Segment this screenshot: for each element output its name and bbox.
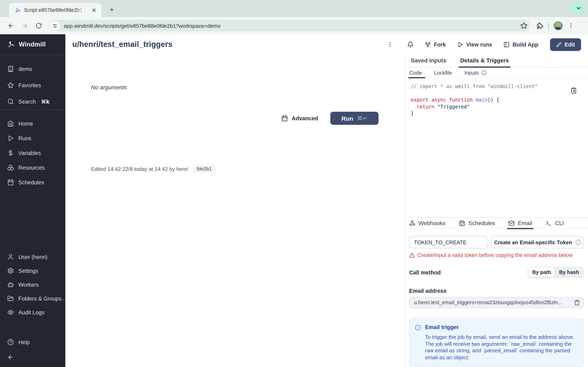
webhook-icon — [409, 220, 415, 226]
sidebar-workspace-section: demo Favorites Search ⌘k — [0, 55, 65, 110]
copy-code-icon[interactable] — [571, 87, 577, 94]
url-text[interactable]: app.windmill.dev/scripts/get/e857be88e0f… — [64, 23, 520, 29]
no-arguments-text: No arguments — [91, 84, 127, 91]
panel-tab[interactable]: Details & Triggers — [458, 55, 510, 67]
url-bar[interactable]: app.windmill.dev/scripts/get/e857be88e0f… — [49, 20, 530, 31]
version-hash-badge[interactable]: fde2b1 — [193, 165, 215, 173]
sidebar-item[interactable]: Home — [0, 116, 65, 131]
search-icon — [7, 98, 14, 105]
toolbar-separator — [548, 22, 549, 29]
user-icon — [7, 254, 14, 260]
sidebar-item-help[interactable]: Help — [0, 335, 65, 349]
sidebar-help-section: Help — [0, 335, 65, 349]
bookmark-star-icon[interactable] — [520, 22, 527, 29]
tab-search-button[interactable] — [572, 2, 585, 14]
play-icon — [7, 135, 14, 142]
create-email-token-button[interactable]: Create an Email-specific Token — [491, 236, 584, 248]
git-fork-icon — [425, 42, 431, 48]
chevron-down-icon — [576, 5, 581, 11]
more-options-icon[interactable] — [385, 39, 396, 50]
reload-button[interactable] — [34, 20, 44, 31]
forward-button[interactable] — [20, 20, 30, 31]
info-icon — [575, 239, 581, 245]
call-method-label: Call method — [409, 269, 441, 275]
run-button[interactable]: Run ⌘↵ — [330, 112, 379, 125]
dollar-icon — [7, 150, 14, 156]
header-button[interactable]: Fork — [425, 42, 446, 48]
panel-tabs: Saved inputs Details & Triggers — [405, 55, 588, 67]
arrow-left-icon — [7, 354, 14, 360]
alert-triangle-icon — [409, 252, 415, 258]
code-tab[interactable]: Code — [409, 67, 422, 78]
sidebar-nav-section: Home Runs Variables Resources Schedules — [0, 110, 65, 190]
sidebar-item[interactable]: Resources — [0, 160, 65, 175]
bot-icon — [7, 281, 14, 288]
boxes-icon — [7, 164, 14, 171]
folder-open-icon — [7, 295, 14, 302]
copy-email-icon[interactable] — [574, 300, 580, 305]
info-icon — [415, 325, 421, 331]
sidebar-item[interactable]: Audit Logs — [0, 305, 65, 319]
sidebar-item[interactable]: Schedules — [0, 175, 65, 190]
profile-avatar[interactable] — [554, 21, 563, 30]
toolbar-right — [536, 21, 574, 30]
token-input[interactable] — [409, 236, 488, 248]
eye-icon — [7, 309, 14, 316]
trigger-tab[interactable]: Schedules — [459, 217, 495, 229]
sidebar-item[interactable]: Variables — [0, 146, 65, 160]
browser-menu-icon[interactable] — [568, 22, 574, 29]
trigger-tab[interactable]: CLI — [546, 217, 564, 229]
by-path-option[interactable]: By path — [528, 267, 555, 277]
trigger-tabs: Webhooks Schedules Email CLI — [405, 217, 588, 229]
run-shortcut: ⌘↵ — [357, 115, 367, 122]
code-tabs: Code Lockfile Inputs — [405, 67, 588, 78]
tab-close-icon[interactable]: ✕ — [91, 7, 97, 13]
email-address-label: Email address — [409, 288, 584, 294]
new-tab-button[interactable]: + — [107, 4, 117, 15]
extensions-puzzle-icon[interactable] — [536, 22, 543, 29]
notifications-bell-icon[interactable] — [405, 39, 416, 50]
main-content: No arguments Advanced Run ⌘↵ Edited 14:4… — [65, 55, 405, 367]
call-method-toggle: By path By hash — [527, 267, 584, 278]
sidebar: Windmill demo Favorites Search — [0, 34, 65, 367]
email-address-value: u.henri.test_email_triggers+mrsw23zlouxg… — [414, 300, 574, 305]
sidebar-item[interactable]: Workers — [0, 278, 65, 292]
header-button[interactable]: Build App — [504, 42, 539, 48]
panel-tab[interactable]: Saved inputs — [409, 55, 448, 67]
sidebar-item[interactable]: User (henri) — [0, 250, 65, 264]
windmill-logo[interactable]: Windmill — [0, 34, 65, 55]
sidebar-item[interactable]: Search ⌘k — [0, 93, 65, 110]
email-trigger-section: Create an Email-specific Token Create/in… — [405, 229, 588, 367]
info-box-title: Email trigger — [425, 324, 578, 330]
code-tab[interactable]: Lockfile — [434, 67, 452, 78]
mail-icon — [509, 220, 515, 226]
terminal-icon — [546, 220, 552, 226]
token-warning: Create/input a valid token before copyin… — [409, 252, 584, 258]
browser-tab-strip: Script e857be88e0fde2b1 | W ✕ + — [0, 0, 588, 17]
run-controls: Advanced Run ⌘↵ — [282, 112, 379, 125]
sidebar-item[interactable]: Favorites — [0, 77, 65, 93]
trigger-tab[interactable]: Webhooks — [409, 217, 445, 229]
trigger-tab[interactable]: Email — [509, 217, 532, 229]
tab-title: Script e857be88e0fde2b1 | W — [24, 7, 87, 13]
sidebar-item[interactable]: demo — [0, 61, 65, 77]
header-button[interactable]: View runs — [457, 42, 492, 48]
edit-button[interactable]: Edit — [550, 38, 581, 51]
back-button[interactable] — [6, 20, 16, 31]
windmill-favicon-icon — [14, 7, 21, 13]
page-title: u/henri/test_email_triggers — [72, 40, 173, 49]
browser-tab[interactable]: Script e857be88e0fde2b1 | W ✕ — [9, 3, 101, 17]
sidebar-admin-section: User (henri) Settings Workers Folders & … — [0, 250, 65, 319]
sidebar-item[interactable]: Runs — [0, 131, 65, 146]
sidebar-collapse-button[interactable] — [0, 349, 65, 365]
site-settings-icon[interactable] — [50, 21, 60, 30]
sidebar-item[interactable]: Folders & Groups... — [0, 292, 65, 305]
screen: Script e857be88e0fde2b1 | W ✕ + app.wind… — [0, 0, 588, 367]
sidebar-item[interactable]: Settings — [0, 264, 65, 278]
by-hash-option[interactable]: By hash — [555, 267, 583, 277]
home-icon — [7, 120, 14, 127]
code-tab[interactable]: Inputs — [464, 67, 486, 78]
advanced-button[interactable]: Advanced — [282, 115, 318, 122]
help-circle-icon — [7, 339, 14, 345]
email-address-field[interactable]: u.henri.test_email_triggers+mrsw23zlouxg… — [409, 297, 584, 308]
